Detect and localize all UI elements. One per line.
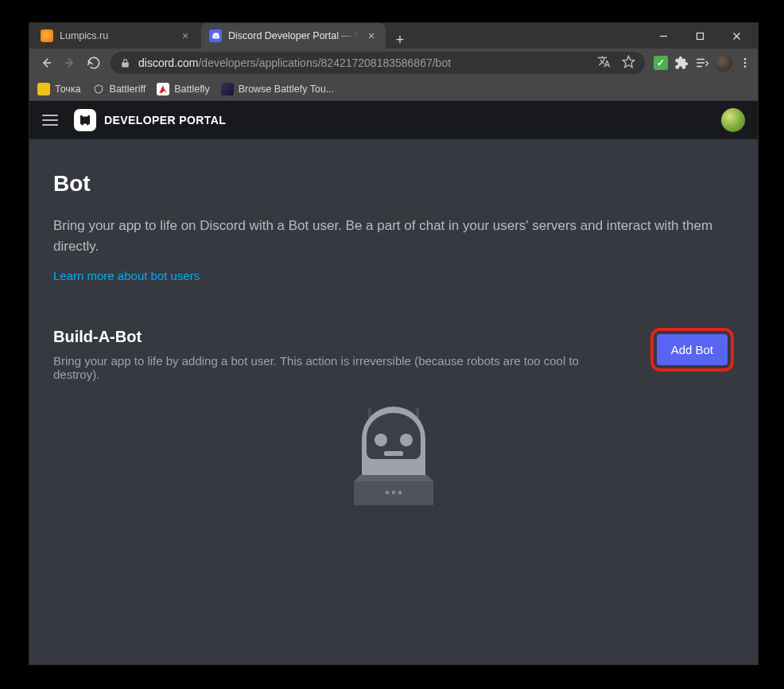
tab-lumpics[interactable]: Lumpics.ru × [33, 23, 200, 49]
reading-list-icon[interactable] [694, 55, 710, 71]
robot-illustration [53, 381, 734, 518]
add-bot-button[interactable]: Add Bot [657, 334, 728, 365]
discord-logo [74, 109, 96, 131]
profile-avatar[interactable] [715, 54, 732, 72]
url-path: /developers/applications/824217208183586… [198, 56, 451, 69]
svg-point-12 [744, 65, 747, 68]
browser-window: Lumpics.ru × Discord Developer Portal — … [29, 22, 759, 665]
bookmark-icon [157, 83, 169, 95]
robot-icon [330, 391, 457, 518]
tab-title: Lumpics.ru [60, 30, 176, 41]
bookmark-battlefly[interactable]: Battlefly [157, 83, 209, 95]
back-button[interactable] [34, 51, 58, 75]
menu-button[interactable] [737, 55, 753, 71]
favicon-discord [209, 29, 222, 42]
bookmarks-bar: Точка Battleriff Battlefly Browse Battle… [29, 77, 758, 101]
page-heading: Bot [53, 171, 734, 197]
build-title: Build-A-Bot [53, 328, 626, 346]
extensions-area: ✓ [653, 54, 753, 72]
reload-button[interactable] [82, 51, 106, 75]
svg-point-17 [398, 491, 402, 494]
tab-discord-dev[interactable]: Discord Developer Portal — My A × [201, 23, 386, 49]
extension-check[interactable]: ✓ [653, 55, 669, 71]
close-tab-icon[interactable]: × [365, 29, 378, 42]
bookmark-battleriff[interactable]: Battleriff [92, 83, 146, 95]
svg-point-15 [386, 491, 389, 494]
address-bar[interactable]: discord.com/developers/applications/8242… [111, 52, 645, 74]
bot-description: Bring your app to life on Discord with a… [53, 216, 734, 256]
portal-title: DEVELOPER PORTAL [104, 114, 226, 127]
bookmark-label: Browse Battlefy Tou... [239, 84, 335, 95]
svg-rect-1 [697, 33, 703, 39]
user-avatar[interactable] [721, 108, 745, 132]
minimize-button[interactable] [645, 24, 681, 48]
tab-strip: Lumpics.ru × Discord Developer Portal — … [29, 23, 645, 49]
toolbar: discord.com/developers/applications/8242… [29, 49, 758, 77]
bookmark-battlefy-browse[interactable]: Browse Battlefy Tou... [221, 83, 335, 95]
main-content: Bot Bring your app to life on Discord wi… [29, 139, 758, 664]
bookmark-icon [37, 83, 50, 95]
build-description: Bring your app to life by adding a bot u… [53, 354, 626, 381]
svg-marker-14 [354, 475, 433, 481]
svg-point-22 [400, 434, 413, 446]
bookmark-tochka[interactable]: Точка [37, 83, 81, 95]
translate-icon[interactable] [597, 55, 611, 71]
lock-icon [120, 58, 130, 68]
star-icon[interactable] [622, 55, 635, 71]
svg-marker-6 [623, 56, 634, 67]
svg-rect-23 [384, 451, 403, 456]
new-tab-button[interactable]: + [389, 32, 411, 49]
window-controls [645, 23, 755, 49]
page-content: DEVELOPER PORTAL Bot Bring your app to l… [29, 101, 758, 664]
build-a-bot-section: Build-A-Bot Bring your app to life by ad… [53, 328, 734, 518]
close-tab-icon[interactable]: × [179, 29, 192, 42]
close-window-button[interactable] [718, 24, 755, 48]
maximize-button[interactable] [681, 24, 718, 48]
bookmark-label: Точка [55, 84, 81, 95]
bookmark-icon [92, 83, 105, 95]
bookmark-label: Battlefly [174, 84, 209, 95]
svg-point-16 [392, 491, 395, 494]
learn-more-link[interactable]: Learn more about bot users [53, 269, 200, 282]
bookmark-label: Battleriff [110, 84, 146, 95]
portal-header: DEVELOPER PORTAL [29, 101, 758, 139]
svg-point-11 [744, 62, 747, 64]
url-host: discord.com [138, 56, 198, 69]
forward-button[interactable] [58, 51, 82, 75]
tab-title: Discord Developer Portal — My A [228, 30, 362, 41]
svg-point-21 [375, 434, 387, 446]
favicon-lumpics [41, 29, 53, 42]
bookmark-icon [221, 83, 234, 95]
extensions-button[interactable] [673, 55, 689, 71]
titlebar: Lumpics.ru × Discord Developer Portal — … [29, 23, 758, 49]
hamburger-menu[interactable] [42, 111, 61, 130]
add-bot-highlight: Add Bot [650, 328, 734, 372]
svg-point-10 [744, 58, 747, 60]
